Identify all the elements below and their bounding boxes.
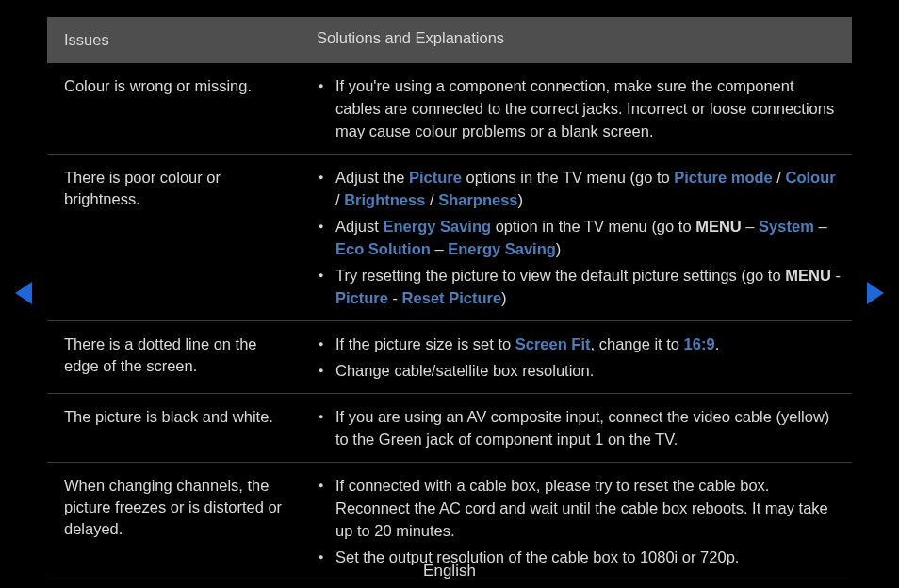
next-page-button[interactable] — [865, 281, 886, 305]
keyword-reset-picture: Reset Picture — [402, 289, 501, 306]
table-row: There is a dotted line on the edge of th… — [47, 321, 852, 394]
list-item: If the picture size is set to Screen Fit… — [302, 331, 842, 357]
table-row: Colour is wrong or missing. If you're us… — [47, 63, 852, 155]
keyword-picture: Picture — [335, 289, 388, 306]
table-row: There is poor colour or brightness. Adju… — [47, 155, 852, 321]
issue-cell: The picture is black and white. — [47, 394, 298, 463]
prev-page-button[interactable] — [13, 281, 34, 305]
issue-cell: Colour is wrong or missing. — [47, 63, 298, 155]
list-item: Try resetting the picture to view the de… — [302, 262, 842, 311]
list-item: If connected with a cable box, please tr… — [302, 472, 842, 544]
triangle-left-icon — [13, 281, 34, 305]
header-issues: Issues — [47, 17, 298, 63]
keyword-colour: Colour — [786, 169, 836, 186]
keyword-system: System — [759, 218, 814, 235]
svg-marker-1 — [867, 282, 884, 304]
list-item: Adjust the Picture options in the TV men… — [302, 164, 842, 213]
keyword-menu: MENU — [695, 218, 742, 235]
keyword-energy-saving: Energy Saving — [383, 218, 491, 235]
keyword-energy-saving: Energy Saving — [448, 240, 556, 257]
keyword-menu: MENU — [785, 267, 831, 284]
footer-language: English — [0, 562, 899, 580]
solution-cell: If the picture size is set to Screen Fit… — [298, 321, 852, 394]
svg-marker-0 — [15, 282, 32, 304]
list-item: Adjust Energy Saving option in the TV me… — [302, 213, 842, 262]
list-item: If you're using a component connection, … — [302, 73, 842, 144]
keyword-picture: Picture — [409, 169, 462, 186]
keyword-screen-fit: Screen Fit — [515, 335, 591, 352]
keyword-16-9: 16:9 — [684, 335, 715, 352]
keyword-sharpness: Sharpness — [438, 191, 517, 208]
list-item: Change cable/satellite box resolution. — [302, 357, 842, 384]
issue-cell: There is poor colour or brightness. — [47, 155, 298, 321]
manual-page: Issues Solutions and Explanations Colour… — [0, 0, 899, 588]
list-item: If you are using an AV composite input, … — [302, 403, 842, 452]
table-header-row: Issues Solutions and Explanations — [47, 17, 852, 63]
solution-cell: If you're using a component connection, … — [298, 63, 852, 155]
header-solutions: Solutions and Explanations — [298, 17, 852, 63]
issue-cell: There is a dotted line on the edge of th… — [47, 321, 298, 394]
solution-cell: Adjust the Picture options in the TV men… — [298, 155, 852, 321]
triangle-right-icon — [865, 281, 886, 305]
solution-cell: If you are using an AV composite input, … — [298, 394, 852, 463]
keyword-brightness: Brightness — [344, 191, 425, 208]
table-row: The picture is black and white. If you a… — [47, 394, 852, 463]
troubleshooting-table: Issues Solutions and Explanations Colour… — [47, 17, 852, 580]
keyword-picture-mode: Picture mode — [674, 169, 773, 186]
keyword-eco-solution: Eco Solution — [335, 240, 431, 257]
